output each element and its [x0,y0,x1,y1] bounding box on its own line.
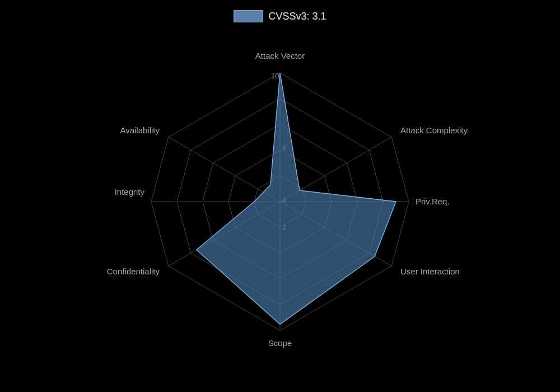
label-availability: Availability [120,125,160,135]
label-user-interaction: User Interaction [400,267,460,276]
radar-chart-svg: .spider-grid { stroke: #555; stroke-widt… [0,0,560,392]
data-polygon [197,73,396,324]
label-attack-vector: Attack Vector [255,51,305,60]
legend-container: CVSSv3: 3.1 [234,10,326,22]
label-integrity: Integrity [115,187,145,197]
legend-text: CVSSv3: 3.1 [268,11,326,22]
grid-label-10: 10 [271,72,279,80]
chart-container: CVSSv3: 3.1 .spider-grid { stroke: #555;… [0,0,560,392]
label-confidentiality: Confidentiality [107,267,160,276]
legend-color-swatch [234,10,263,22]
label-scope: Scope [268,338,292,348]
label-priv-req: Priv.Req. [416,197,450,206]
label-attack-complexity: Attack Complexity [400,125,468,135]
